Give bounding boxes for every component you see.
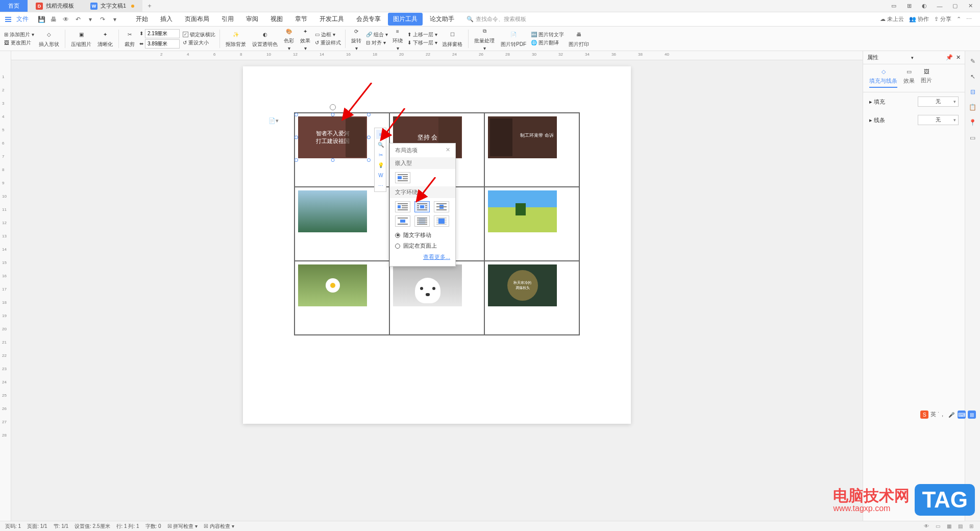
line-select[interactable]: 无	[918, 115, 959, 125]
rotate-button[interactable]: ⟳旋转▾	[350, 26, 363, 51]
image-8[interactable]: 秋天寒冷的凋落枝头	[488, 264, 557, 306]
image-5[interactable]	[488, 190, 557, 232]
redo-dd-icon[interactable]: ▾	[110, 15, 119, 24]
to-pdf-button[interactable]: 📄图片转PDF	[499, 30, 528, 48]
redo-icon[interactable]: ↷	[98, 15, 107, 24]
move-up-button[interactable]: ⬆ 上移一层 ▾	[407, 31, 437, 38]
image-6[interactable]	[298, 264, 367, 306]
print-image-button[interactable]: 🖶图片打印	[567, 30, 591, 48]
more-tool-icon[interactable]: ⋯	[376, 181, 385, 190]
move-down-button[interactable]: ⬇ 下移一层 ▾	[407, 39, 437, 46]
sb-content[interactable]: ☒ 内容检查 ▾	[204, 523, 234, 530]
cell-1-3[interactable]: 制工环束带 命诉	[484, 113, 579, 187]
pin-icon[interactable]: 📌	[946, 54, 953, 61]
tab-image[interactable]: 🖼图片	[921, 68, 932, 88]
tab-chapter[interactable]: 章节	[290, 13, 312, 26]
tab-review[interactable]: 审阅	[241, 13, 263, 26]
cell-3-1[interactable]	[295, 261, 389, 335]
ts-reading-icon[interactable]: ▭	[968, 133, 978, 143]
move-with-text-radio[interactable]: 随文字移动	[390, 230, 455, 240]
collapse-ribbon-icon[interactable]: ⌃	[957, 16, 961, 22]
ts-clipboard-icon[interactable]: 📋	[968, 102, 978, 112]
keyboard-icon[interactable]: ⌨	[958, 411, 966, 419]
tab-reference[interactable]: 引用	[216, 13, 239, 26]
to-text-button[interactable]: 🔤 图片转文字	[531, 31, 564, 38]
wrap-button[interactable]: ≡环绕▾	[391, 26, 404, 51]
wrap-behind-option[interactable]	[414, 215, 430, 227]
preview-icon[interactable]: 👁	[61, 15, 70, 24]
tab-imagetools[interactable]: 图片工具	[388, 13, 423, 26]
fixed-on-page-radio[interactable]: 固定在页面上	[390, 240, 455, 251]
sb-page[interactable]: 页码: 1	[5, 523, 21, 530]
sb-view3-icon[interactable]: ▤	[957, 523, 964, 530]
share-button[interactable]: ⇪ 分享	[934, 15, 951, 23]
sogou-icon[interactable]: S	[920, 411, 928, 419]
zoom-tool-icon[interactable]: 🔍	[376, 140, 385, 149]
wrap-through-option[interactable]	[434, 201, 449, 212]
mic-icon[interactable]: 🎤	[947, 411, 955, 419]
sb-page-area[interactable]: 页面: 1/1	[27, 523, 47, 530]
sb-words[interactable]: 字数: 0	[145, 523, 161, 530]
wrap-square-option[interactable]	[395, 201, 410, 212]
add-tab-button[interactable]: ＋	[142, 0, 157, 12]
translate-button[interactable]: 🌐 图片翻译	[531, 39, 564, 46]
ts-select-icon[interactable]: ↖	[968, 71, 978, 82]
effect-button[interactable]: ✦效果▾	[299, 26, 312, 51]
wrap-inline-option[interactable]	[395, 172, 410, 183]
select-pane-button[interactable]: ☐选择窗格	[440, 30, 464, 48]
crop-button[interactable]: ✂裁剪	[123, 30, 136, 48]
sb-eye-icon[interactable]: 👁	[923, 523, 930, 530]
panel-close-icon[interactable]: ✕	[956, 54, 961, 61]
maximize-button[interactable]: ▢	[949, 1, 961, 12]
width-input[interactable]	[145, 29, 180, 38]
tab-devtools[interactable]: 开发工具	[314, 13, 349, 26]
cell-3-2[interactable]	[389, 261, 484, 335]
tab-pagelayout[interactable]: 页面布局	[180, 13, 214, 26]
ts-properties-icon[interactable]: ⊟	[968, 87, 978, 97]
add-image-button[interactable]: ⊞ 添加图片 ▾	[4, 31, 34, 38]
file-menu[interactable]: 文件	[13, 15, 32, 23]
sb-view2-icon[interactable]: ▦	[945, 523, 952, 530]
ime-lang[interactable]: 英 ˙，	[930, 411, 945, 419]
image-1[interactable]: 智者不入爱河 打工建设祖国	[298, 116, 367, 158]
tab-thesis[interactable]: 论文助手	[425, 13, 459, 26]
wrap-topbottom-option[interactable]	[395, 215, 410, 227]
tab-member[interactable]: 会员专享	[351, 13, 386, 26]
text-tool-icon[interactable]: W	[376, 171, 385, 180]
cell-1-1[interactable]: 智者不入爱河 打工建设祖国	[295, 113, 389, 187]
reset-size-button[interactable]: ↺ 重设大小	[183, 39, 215, 46]
hamburger-icon[interactable]	[4, 15, 12, 23]
ts-location-icon[interactable]: 📍	[968, 117, 978, 128]
group-button[interactable]: 🔗 组合 ▾	[366, 31, 388, 38]
save-icon[interactable]: 💾	[37, 15, 46, 24]
align-button[interactable]: ⊟ 对齐 ▾	[366, 39, 388, 46]
rotate-handle-icon[interactable]	[330, 104, 336, 110]
see-more-link[interactable]: 查看更多...	[390, 251, 455, 263]
tab-fill-line[interactable]: ◇填充与线条	[869, 68, 897, 88]
transparency-button[interactable]: ◐设置透明色	[251, 30, 279, 48]
sharpen-button[interactable]: ✦清晰化	[96, 30, 114, 48]
grid-view-icon[interactable]: ⊞	[903, 1, 915, 12]
collab-button[interactable]: 👥 协作	[909, 15, 929, 23]
more-menu-icon[interactable]: ⋯	[966, 16, 972, 22]
print-icon[interactable]: 🖶	[49, 15, 58, 24]
tab-start[interactable]: 开始	[131, 13, 153, 26]
fill-select[interactable]: 无	[918, 96, 959, 107]
title-tab-doc1[interactable]: W 文字文稿1	[82, 0, 142, 12]
batch-button[interactable]: ⧉批量处理▾	[473, 26, 496, 51]
title-tab-home[interactable]: 首页	[0, 0, 28, 12]
lock-ratio-checkbox[interactable]: ✓锁定纵横比	[183, 31, 215, 38]
image-3[interactable]: 制工环束带 命诉	[488, 116, 557, 158]
sb-spell[interactable]: ☒ 拼写检查 ▾	[167, 523, 198, 530]
undo-dd-icon[interactable]: ▾	[86, 15, 95, 24]
color-button[interactable]: 🎨色彩▾	[282, 26, 296, 51]
remove-bg-button[interactable]: ✨抠除背景	[224, 30, 248, 48]
cell-2-3[interactable]	[484, 187, 579, 261]
crop-tool-icon[interactable]: ✂	[376, 150, 385, 159]
popup-close-icon[interactable]: ✕	[446, 147, 450, 154]
sb-section[interactable]: 节: 1/1	[54, 523, 68, 530]
tab-effect[interactable]: ▭效果	[903, 68, 915, 88]
compress-button[interactable]: ▣压缩图片	[69, 30, 93, 48]
cell-2-1[interactable]	[295, 187, 389, 261]
tab-insert[interactable]: 插入	[155, 13, 178, 26]
